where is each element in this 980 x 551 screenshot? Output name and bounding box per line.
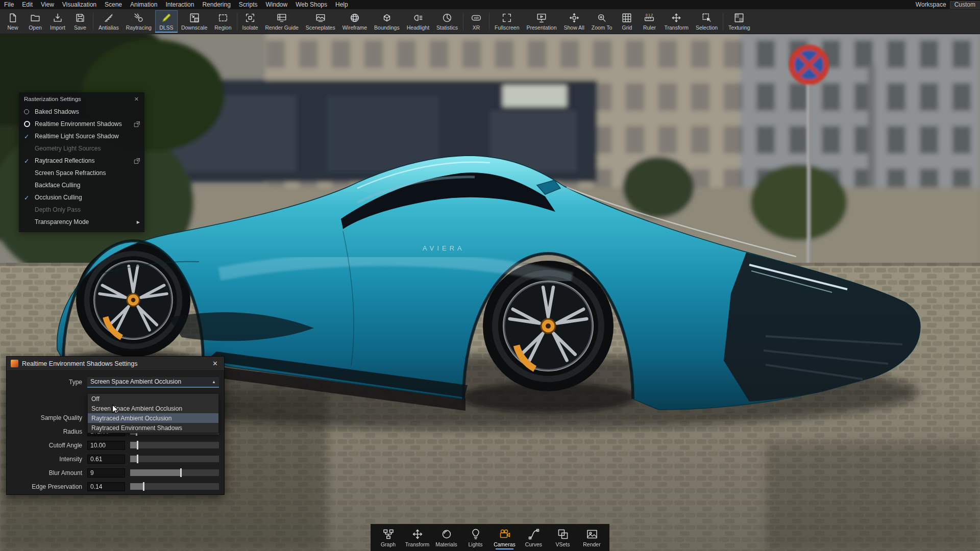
toolbar-button-transform[interactable]: Transform bbox=[660, 10, 692, 33]
toolbar-button-ruler[interactable]: 0 1 2Ruler bbox=[638, 10, 660, 33]
slider-handle[interactable] bbox=[143, 482, 144, 491]
param-slider[interactable] bbox=[130, 456, 219, 462]
raster-item-raytraced-reflections[interactable]: ✓Raytraced Reflections bbox=[19, 155, 144, 167]
radio-off-icon[interactable] bbox=[24, 109, 29, 114]
module-button-cameras[interactable]: Cameras bbox=[490, 524, 519, 551]
module-button-lights[interactable]: Lights bbox=[461, 524, 490, 551]
selection-icon bbox=[701, 12, 713, 23]
dropdown-option-raytraced-environment-shadows[interactable]: Raytraced Environment Shadows bbox=[88, 423, 218, 433]
boundings-icon bbox=[381, 12, 393, 23]
toolbar-button-statistics[interactable]: Statistics bbox=[433, 10, 461, 33]
slider-handle[interactable] bbox=[137, 455, 138, 463]
param-value-input[interactable]: 9 bbox=[87, 468, 125, 478]
shadows-dialog-titlebar[interactable]: Realtime Environment Shadows Settings ✕ bbox=[7, 357, 224, 371]
toolbar-button-grid[interactable]: Grid bbox=[616, 10, 638, 33]
menu-file[interactable]: File bbox=[0, 0, 18, 9]
param-slider[interactable] bbox=[130, 469, 219, 476]
param-slider[interactable] bbox=[130, 442, 219, 448]
toolbar-button-presentation[interactable]: Presentation bbox=[523, 10, 560, 33]
raster-item-screen-space-refractions[interactable]: Screen Space Refractions bbox=[19, 167, 144, 179]
raster-item-realtime-light-source-shadow[interactable]: ✓Realtime Light Source Shadow bbox=[19, 130, 144, 142]
toolbar-button-raytracing[interactable]: Raytracing bbox=[122, 10, 155, 33]
toolbar-button-headlight[interactable]: Headlight bbox=[403, 10, 433, 33]
param-slider[interactable] bbox=[130, 483, 219, 490]
workspace-value[interactable]: Custom bbox=[950, 1, 980, 9]
control-cell bbox=[24, 109, 35, 114]
toolbar-button-texturing[interactable]: Texturing bbox=[725, 10, 754, 33]
module-label: Lights bbox=[468, 541, 482, 547]
toolbar-button-antialias[interactable]: Antialias bbox=[95, 10, 122, 33]
module-button-graph[interactable]: Graph bbox=[374, 524, 403, 551]
toolbar-button-dlss[interactable]: DLSS bbox=[155, 10, 178, 33]
shadows-dialog-title: Realtime Environment Shadows Settings bbox=[22, 360, 138, 367]
toolbar-button-region[interactable]: Region bbox=[211, 10, 235, 33]
toolbar-button-boundings[interactable]: Boundings bbox=[371, 10, 403, 33]
toolbar-label: Presentation bbox=[527, 24, 557, 31]
menu-view[interactable]: View bbox=[37, 0, 58, 9]
param-value-input[interactable]: 0.61 bbox=[87, 455, 125, 464]
raster-item-realtime-environment-shadows[interactable]: Realtime Environment Shadows bbox=[19, 118, 144, 130]
slider-handle[interactable] bbox=[137, 441, 138, 449]
render-guide-icon bbox=[276, 12, 287, 23]
dropdown-option-off[interactable]: Off bbox=[88, 394, 218, 404]
type-dropdown[interactable]: Screen Space Ambient Occlusion ▲ bbox=[87, 377, 219, 388]
dropdown-option-raytraced-ambient-occlusion[interactable]: Raytraced Ambient Occlusion bbox=[88, 413, 218, 423]
toolbar-button-wireframe[interactable]: Wireframe bbox=[339, 10, 371, 33]
menu-scene[interactable]: Scene bbox=[101, 0, 126, 9]
param-value-input[interactable]: 0.14 bbox=[87, 482, 125, 491]
transform-icon bbox=[411, 528, 424, 540]
raster-item-occlusion-culling[interactable]: ✓Occlusion Culling bbox=[19, 191, 144, 204]
module-label: Cameras bbox=[494, 541, 516, 547]
module-button-transform[interactable]: Transform bbox=[403, 524, 432, 551]
open-folder-icon bbox=[30, 12, 41, 23]
raster-item-baked-shadows[interactable]: Baked Shadows bbox=[19, 106, 144, 118]
menu-animation[interactable]: Animation bbox=[126, 0, 161, 9]
rasterization-panel-titlebar[interactable]: Rasterization Settings ✕ bbox=[19, 92, 144, 105]
toolbar-button-downscale[interactable]: Downscale bbox=[178, 10, 211, 33]
toolbar-button-sceneplates[interactable]: Sceneplates bbox=[302, 10, 339, 33]
module-button-render[interactable]: Render bbox=[577, 524, 606, 551]
menu-web-shops[interactable]: Web Shops bbox=[291, 0, 331, 9]
toolbar-button-fullscreen[interactable]: Fullscreen bbox=[491, 10, 523, 33]
toolbar-label: Selection bbox=[696, 24, 718, 31]
menu-edit[interactable]: Edit bbox=[18, 0, 37, 9]
toolbar-button-zoom-to[interactable]: Zoom To bbox=[588, 10, 616, 33]
raytracing-icon bbox=[133, 12, 144, 23]
popout-icon[interactable] bbox=[134, 121, 140, 128]
downscale-icon bbox=[189, 12, 200, 23]
toolbar-label: Import bbox=[50, 24, 65, 31]
menu-scripts[interactable]: Scripts bbox=[235, 0, 262, 9]
toolbar-button-new[interactable]: New bbox=[2, 10, 24, 33]
raster-item-label: Geometry Light Sources bbox=[35, 145, 101, 152]
module-button-curves[interactable]: Curves bbox=[519, 524, 548, 551]
close-icon[interactable]: ✕ bbox=[133, 96, 140, 103]
raster-item-label: Depth Only Pass bbox=[35, 206, 81, 213]
workspace-selector[interactable]: Workspace Custom bbox=[911, 1, 980, 9]
close-icon[interactable]: ✕ bbox=[210, 360, 220, 367]
raster-item-backface-culling[interactable]: Backface Culling bbox=[19, 179, 144, 191]
toolbar-button-isolate[interactable]: Isolate bbox=[239, 10, 262, 33]
toolbar-button-render-guide[interactable]: Render Guide bbox=[261, 10, 302, 33]
menu-visualization[interactable]: Visualization bbox=[58, 0, 101, 9]
menu-rendering[interactable]: Rendering bbox=[198, 0, 234, 9]
menu-help[interactable]: Help bbox=[331, 0, 352, 9]
lights-icon bbox=[470, 528, 482, 540]
toolbar-button-xr[interactable]: XRXR bbox=[465, 10, 487, 33]
radio-on-icon[interactable] bbox=[24, 121, 30, 127]
module-button-vsets[interactable]: VSets bbox=[548, 524, 577, 551]
toolbar-button-selection[interactable]: Selection bbox=[692, 10, 721, 33]
menu-window[interactable]: Window bbox=[262, 0, 292, 9]
toolbar-button-save[interactable]: Save bbox=[69, 10, 91, 33]
slider-handle[interactable] bbox=[180, 468, 182, 477]
module-button-materials[interactable]: Materials bbox=[432, 524, 461, 551]
toolbar-button-import[interactable]: Import bbox=[46, 10, 69, 33]
param-value-input[interactable]: 10.00 bbox=[87, 441, 125, 450]
dropdown-option-screen-space-ambient-occlusion[interactable]: Screen Space Ambient Occlusion bbox=[88, 404, 218, 413]
menu-interaction[interactable]: Interaction bbox=[161, 0, 198, 9]
toolbar-button-show-all[interactable]: Show All bbox=[560, 10, 588, 33]
raster-item-transparency-mode[interactable]: Transparency Mode▶ bbox=[19, 216, 144, 228]
type-dropdown-list: OffScreen Space Ambient OcclusionRaytrac… bbox=[87, 393, 219, 433]
popout-icon[interactable] bbox=[134, 158, 140, 164]
toolbar-button-open[interactable]: Open bbox=[24, 10, 46, 33]
toolbar-label: Isolate bbox=[242, 24, 258, 31]
